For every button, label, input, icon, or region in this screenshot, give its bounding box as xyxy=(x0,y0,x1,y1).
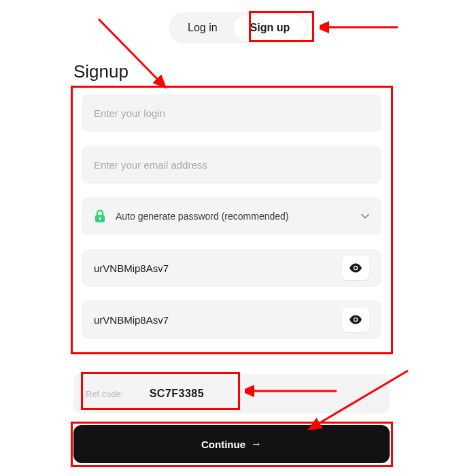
refcode-value: SC7F3385 xyxy=(150,388,205,400)
arrow-right-icon: → xyxy=(251,438,262,450)
toggle-password-confirm-visibility-button[interactable] xyxy=(342,307,369,332)
svg-point-6 xyxy=(354,318,357,321)
password-value: urVNBMip8Asv7 xyxy=(94,262,169,274)
toggle-password-visibility-button[interactable] xyxy=(342,256,369,280)
login-input[interactable] xyxy=(94,94,369,132)
password-field-wrap: urVNBMip8Asv7 xyxy=(82,249,381,287)
chevron-down-icon xyxy=(361,214,369,219)
svg-point-4 xyxy=(354,267,357,269)
password-mode-label: Auto generate password (recommended) xyxy=(116,211,288,222)
password-confirm-value: urVNBMip8Asv7 xyxy=(94,314,169,326)
continue-button[interactable]: Continue → xyxy=(73,425,390,463)
annotation-arrow-icon xyxy=(320,20,401,34)
eye-icon xyxy=(349,315,362,324)
password-mode-dropdown[interactable]: Auto generate password (recommended) xyxy=(82,197,381,235)
lock-icon xyxy=(94,209,106,223)
annotation-arrow-icon xyxy=(92,14,173,95)
signup-form: Auto generate password (recommended) urV… xyxy=(73,88,390,358)
auth-tab-switcher: Log in Sign up xyxy=(169,12,309,44)
eye-icon xyxy=(349,263,362,273)
dropdown-left: Auto generate password (recommended) xyxy=(94,209,288,223)
password-confirm-field-wrap: urVNBMip8Asv7 xyxy=(82,301,381,339)
email-field-wrap xyxy=(82,146,381,184)
email-input[interactable] xyxy=(94,146,369,184)
page-title: Signup xyxy=(73,61,129,82)
login-field-wrap xyxy=(82,94,381,132)
refcode-field[interactable]: Ref.code: SC7F3385 xyxy=(73,374,390,413)
svg-rect-2 xyxy=(99,218,100,220)
tab-login[interactable]: Log in xyxy=(171,15,234,41)
tab-signup[interactable]: Sign up xyxy=(234,15,307,41)
refcode-label: Ref.code: xyxy=(86,389,124,399)
continue-label: Continue xyxy=(201,439,245,450)
